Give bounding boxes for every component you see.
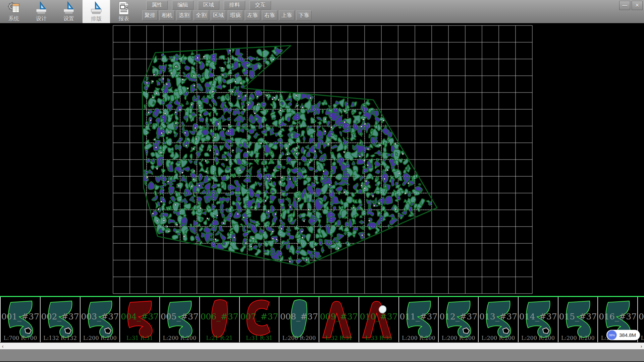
tool-snap-bottom[interactable]: 下靠 [296,10,312,20]
filmstrip-item[interactable]: 002_#37 L:132 R:132 [40,297,80,342]
pattern-id-label: 005_#37 [160,312,199,321]
tab-design-label: 设计 [36,15,47,22]
tab-report-label: 报表 [118,15,129,22]
top-toolbar: 系统 设计 设置 排版 报表 属性 编辑 区域 排料 交互 聚排 相机 [0,0,644,23]
pattern-id-label: 014_#37 [519,312,558,321]
system-gear-icon [7,1,20,15]
tool-cut-all[interactable]: 全割 [194,10,209,20]
tab-system[interactable]: 系统 [0,0,28,23]
pattern-id-label: 017_#37 [638,312,644,321]
filmstrip-item[interactable]: 005_#37 L:200 R:200 [159,297,199,342]
filmstrip-item[interactable]: 004_#37 L:31 R:31 [119,297,159,342]
main-tab-buttons: 系统 设计 设置 排版 报表 [0,0,138,23]
filmstrip-item[interactable]: 010_#37 L:33 R:33 [359,297,398,342]
pattern-id-label: 011_#37 [399,312,438,321]
tool-snap-right[interactable]: 右靠 [262,10,277,20]
tool-snap-left[interactable]: 左靠 [245,10,260,20]
pattern-id-label: 015_#37 [558,312,598,321]
menu-row-2: 聚排 相机 选割 全割 区域 瑕疵 左靠 右靠 上靠 下靠 [142,10,312,20]
scroll-left-arrow-icon[interactable]: ‹ [0,343,5,350]
pattern-id-label: 007_#37 [240,312,279,321]
close-button[interactable]: ✕ [632,1,643,10]
horizontal-scrollbar[interactable]: ‹ › [0,343,644,350]
filmstrip-item[interactable]: 003_#37 L:200 R:200 [80,297,120,342]
pattern-lr-count: L:200 R:200 [160,335,199,341]
pattern-lr-count: L:200 R:200 [399,335,438,341]
pattern-id-label: 002_#37 [41,312,80,321]
pattern-lr-count: L:21 R:21 [200,335,239,341]
tool-cluster-nest[interactable]: 聚排 [142,10,158,20]
tool-region[interactable]: 区域 [211,10,226,20]
pattern-lr-count: L:200 R:200 [479,335,518,341]
pattern-id-label: 008_#37 [279,312,319,321]
filmstrip-item[interactable]: 011_#37 L:200 R:200 [398,297,438,342]
filmstrip-item[interactable]: 012_#37 L:200 R:200 [438,297,478,342]
status-bar [0,349,644,361]
tab-layout[interactable]: 排版 [83,0,110,23]
memory-percent-indicator: 38% [607,330,617,340]
tab-report[interactable]: 报表 [110,0,138,23]
tool-defect[interactable]: 瑕疵 [228,10,243,20]
menu-interaction[interactable]: 交互 [250,1,271,10]
filmstrip-item[interactable]: 013_#37 L:200 R:200 [478,297,518,342]
pattern-lr-count: L:200 R:200 [519,335,558,341]
scroll-right-arrow-icon[interactable]: › [639,343,644,350]
pattern-lr-count: L:132 R:132 [41,335,80,341]
report-doc-icon [117,1,130,15]
tool-select-cut[interactable]: 选割 [176,10,192,20]
memory-usage-badge: 38% 384.8M [606,330,640,340]
pattern-filmstrip: 001_#37 L:700 R:700 002_#37 L:132 R:132 … [0,297,644,342]
tool-snap-top[interactable]: 上靠 [279,10,294,20]
tab-design[interactable]: 设计 [28,0,55,23]
menu-nesting[interactable]: 排料 [224,1,245,10]
settings-ruler-icon [62,1,75,15]
pattern-lr-count: L:200 R:200 [439,335,478,341]
filmstrip-item[interactable]: 015_#37 L:200 R:200 [558,297,598,342]
pattern-lr-count: L:31 R:31 [240,335,279,341]
memory-value-label: 384.8M [619,332,636,338]
tab-layout-label: 排版 [91,15,102,22]
pattern-id-label: 004_#37 [120,312,159,321]
menu-properties[interactable]: 属性 [146,1,168,10]
pattern-id-label: 006_#37 [200,312,239,321]
layout-ruler-icon [90,1,103,15]
pattern-lr-count: L:700 R:700 [1,335,40,341]
pattern-lr-count: L:200 R:200 [279,335,319,341]
pattern-id-label: 001_#37 [1,312,40,321]
pattern-id-label: 012_#37 [439,312,478,321]
filmstrip-item[interactable]: 008_#37 L:200 R:200 [279,297,319,342]
tab-system-label: 系统 [8,15,19,22]
tab-settings[interactable]: 设置 [55,0,83,23]
menu-row-1: 属性 编辑 区域 排料 交互 [146,1,271,10]
pattern-id-label: 009_#37 [319,312,359,321]
pattern-id-label: 016_#37 [598,312,637,321]
pattern-lr-count: L:31 R:31 [120,335,159,341]
pattern-id-label: 010_#37 [359,312,398,321]
pattern-id-label: 003_#37 [80,312,120,321]
filmstrip-item[interactable]: 001_#37 L:700 R:700 [0,297,40,342]
filmstrip-item[interactable]: 007_#37 L:31 R:31 [239,297,279,342]
menu-region[interactable]: 区域 [198,1,219,10]
tool-camera[interactable]: 相机 [159,10,175,20]
tab-settings-label: 设置 [63,15,74,22]
minimize-button[interactable]: — [619,1,630,10]
filmstrip-item[interactable]: 009_#37 L:32 R:31 [319,297,359,342]
pattern-lr-count: L:32 R:31 [319,335,359,341]
pattern-lr-count: L:33 R:33 [359,335,398,341]
window-controls: — ✕ [619,1,643,10]
filmstrip-item[interactable]: 006_#37 L:21 R:21 [199,297,239,342]
nesting-canvas[interactable] [0,23,644,296]
filmstrip-item[interactable]: 014_#37 L:200 R:200 [518,297,558,342]
pattern-id-label: 013_#37 [479,312,518,321]
pattern-lr-count: L:200 R:200 [558,335,598,341]
design-ruler-icon [35,1,48,15]
pattern-lr-count: L:200 R:200 [80,335,120,341]
menu-edit[interactable]: 编辑 [172,1,194,10]
